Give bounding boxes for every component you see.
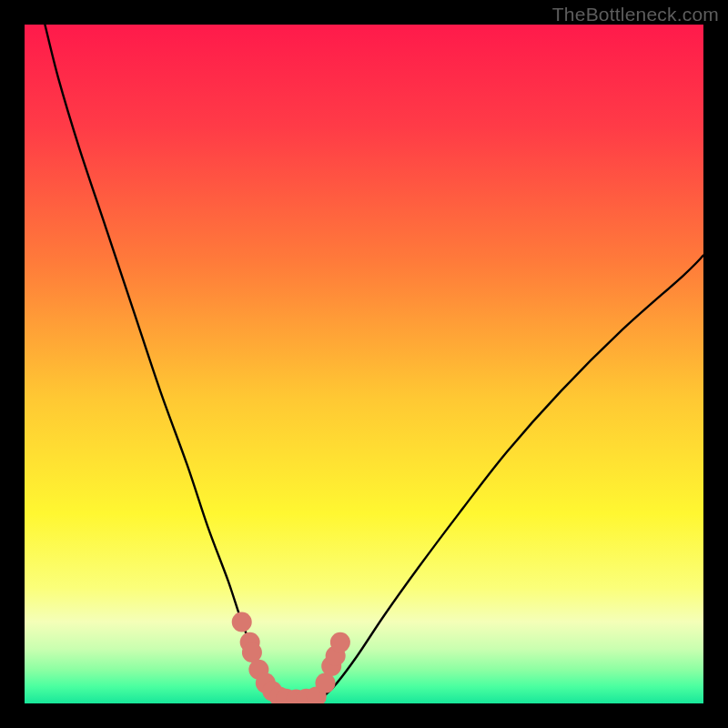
heat-gradient-background xyxy=(25,25,703,703)
plot-area xyxy=(25,25,703,703)
watermark-text: TheBottleneck.com xyxy=(552,4,719,25)
chart-frame: TheBottleneck.com xyxy=(0,0,728,728)
svg-rect-0 xyxy=(25,25,703,703)
